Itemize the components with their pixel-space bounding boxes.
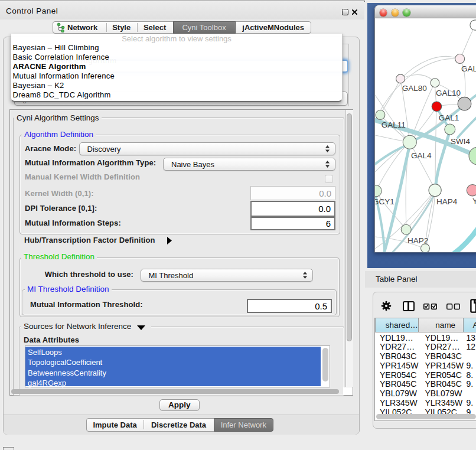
svg-text:Y: Y (472, 197, 476, 206)
svg-text:SWI4: SWI4 (451, 137, 470, 146)
svg-text:GAL10: GAL10 (436, 89, 461, 97)
svg-text:GAL4: GAL4 (411, 151, 432, 160)
svg-text:HAP2: HAP2 (407, 236, 428, 245)
svg-text:GAL11: GAL11 (382, 120, 406, 129)
svg-text:GCY1: GCY1 (374, 197, 395, 206)
svg-text:GAL1: GAL1 (439, 113, 459, 122)
svg-text:HAP4: HAP4 (436, 197, 458, 206)
svg-text:GAL8: GAL8 (461, 64, 476, 73)
svg-text:GAL80: GAL80 (402, 84, 427, 93)
